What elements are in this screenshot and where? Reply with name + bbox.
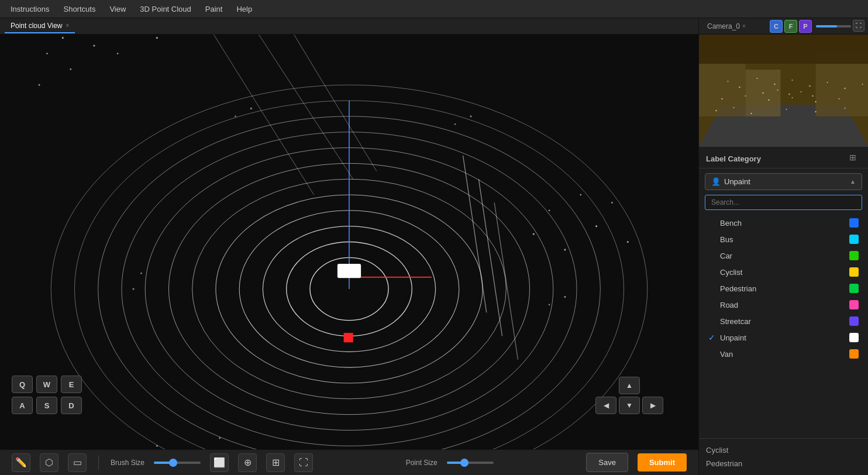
svg-point-75 [827, 82, 828, 83]
transform-tool-button[interactable]: ⊞ [266, 453, 285, 472]
key-a[interactable]: A [12, 397, 33, 414]
svg-point-18 [46, 53, 48, 54]
point-cloud-tab[interactable]: Point cloud View × [5, 19, 75, 33]
camera-tab[interactable]: Camera_0 × [702, 21, 750, 32]
label-header: Label Category ⊞ [699, 147, 868, 168]
svg-point-56 [132, 288, 134, 290]
svg-point-77 [862, 84, 863, 85]
svg-point-24 [533, 233, 535, 235]
category-item-van[interactable]: Van [699, 346, 868, 362]
crop-tool-button[interactable]: ⬜ [210, 453, 229, 472]
camera-controls: C F P ⛶ [770, 20, 864, 33]
menubar: Instructions Shortcuts View 3D Point Clo… [0, 0, 868, 18]
category-item-streetcar[interactable]: Streetcar [699, 313, 868, 329]
key-s[interactable]: S [36, 397, 57, 414]
svg-point-81 [792, 97, 793, 98]
key-row-bottom: A S D [12, 397, 82, 414]
svg-point-25 [549, 209, 550, 211]
fullscreen-button[interactable]: ⛶ [294, 453, 313, 472]
svg-point-22 [39, 84, 40, 86]
paint-tool-button[interactable]: ✏️ [12, 453, 30, 472]
svg-point-55 [140, 273, 142, 274]
category-item-cyclist[interactable]: Cyclist [699, 264, 868, 280]
nav-left-button[interactable]: ◀ [595, 397, 616, 414]
svg-rect-43 [337, 264, 361, 278]
select-tool-button[interactable]: ⬡ [40, 453, 58, 472]
additional-labels: Cyclist Pedestrian [699, 438, 868, 475]
menu-shortcuts[interactable]: Shortcuts [57, 2, 101, 16]
label-header-icon[interactable]: ⊞ [849, 153, 861, 164]
dropdown-value: Unpaint [724, 177, 846, 186]
svg-point-86 [750, 113, 752, 114]
camera-tab-label: Camera_0 [707, 22, 740, 30]
svg-point-78 [721, 98, 722, 99]
category-color-swatch [849, 267, 859, 277]
category-item-car[interactable]: Car [699, 247, 868, 264]
move-tool-button[interactable]: ⊕ [238, 453, 257, 472]
category-item-bench[interactable]: Bench [699, 215, 868, 231]
category-color-swatch [849, 218, 859, 228]
rectangle-tool-button[interactable]: ▭ [68, 453, 87, 472]
label-search [705, 195, 862, 210]
category-checkmark: ✓ [708, 333, 718, 342]
menu-instructions[interactable]: Instructions [5, 2, 55, 16]
category-item-pedestrian[interactable]: Pedestrian [699, 280, 868, 297]
svg-point-87 [786, 109, 787, 110]
category-color-swatch [849, 251, 859, 260]
point-cloud-tab-close[interactable]: × [66, 22, 70, 29]
camera-f-button[interactable]: F [784, 20, 797, 33]
nav-up-button[interactable]: ▲ [619, 377, 640, 394]
dropdown-arrow-icon: ▲ [850, 178, 856, 185]
camera-view: Camera_0 × C F P ⛶ [699, 18, 868, 147]
camera-p-button[interactable]: P [799, 20, 812, 33]
camera-slider-container [816, 20, 851, 33]
svg-point-89 [845, 108, 846, 109]
key-e[interactable]: E [61, 376, 82, 393]
search-input[interactable] [705, 195, 862, 210]
svg-rect-44 [344, 333, 353, 342]
nav-right-button[interactable]: ▶ [642, 397, 663, 414]
camera-c-button[interactable]: C [770, 20, 783, 33]
camera-image [699, 35, 868, 147]
brush-size-slider[interactable] [154, 462, 201, 464]
category-color-swatch [849, 333, 859, 342]
svg-point-30 [627, 241, 629, 243]
svg-point-79 [745, 95, 746, 97]
key-d[interactable]: D [61, 397, 82, 414]
svg-point-80 [768, 99, 769, 101]
svg-point-93 [801, 91, 802, 92]
svg-point-82 [815, 101, 816, 102]
menu-paint[interactable]: Paint [199, 2, 229, 16]
svg-point-92 [788, 94, 790, 95]
category-item-bus[interactable]: Bus [699, 231, 868, 247]
menu-3d-point-cloud[interactable]: 3D Point Cloud [134, 2, 197, 16]
svg-point-33 [219, 438, 221, 439]
key-w[interactable]: W [36, 376, 57, 393]
label-panel: Label Category ⊞ 👤 Unpaint ▲ Bench Bus [699, 147, 868, 475]
svg-point-52 [250, 108, 252, 109]
label-dropdown[interactable]: 👤 Unpaint ▲ [705, 173, 862, 190]
svg-point-54 [470, 115, 471, 117]
point-cloud-canvas[interactable]: Q W E A S D ▲ ◀ [0, 35, 698, 449]
menu-help[interactable]: Help [230, 2, 258, 16]
camera-tab-close[interactable]: × [742, 23, 746, 29]
category-name: Unpaint [720, 333, 849, 342]
key-q[interactable]: Q [12, 376, 33, 393]
additional-label-pedestrian: Pedestrian [706, 457, 861, 470]
submit-button[interactable]: Submit [638, 453, 687, 471]
svg-point-76 [844, 88, 845, 89]
svg-point-83 [839, 98, 840, 99]
svg-point-20 [117, 53, 119, 54]
menu-view[interactable]: View [104, 2, 132, 16]
label-category-title: Label Category [706, 154, 761, 163]
camera-maximize-button[interactable]: ⛶ [853, 20, 864, 32]
category-item-unpaint[interactable]: ✓ Unpaint [699, 329, 868, 346]
svg-point-27 [580, 194, 581, 196]
svg-point-73 [792, 80, 793, 81]
nav-down-button[interactable]: ▼ [619, 397, 640, 414]
category-item-road[interactable]: Road [699, 297, 868, 313]
camera-slider-fill [816, 25, 837, 27]
save-button[interactable]: Save [586, 453, 628, 472]
point-size-slider[interactable] [447, 462, 494, 464]
category-color-swatch [849, 284, 859, 293]
